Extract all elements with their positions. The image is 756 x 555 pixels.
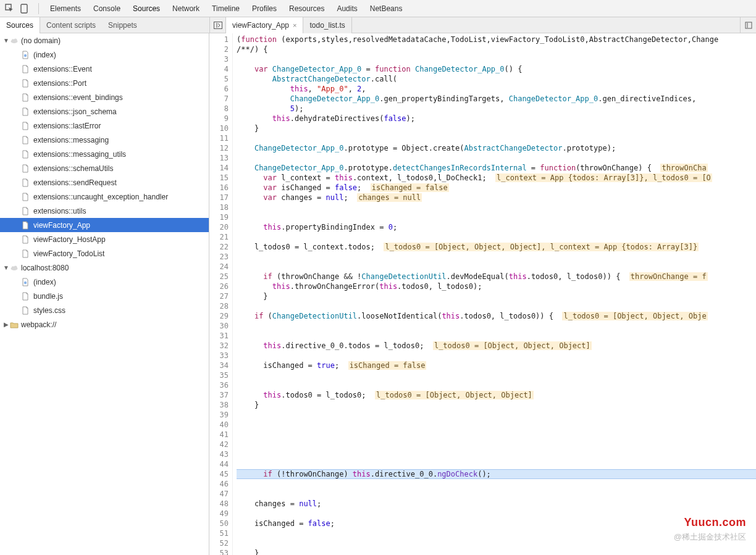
main-tab-console[interactable]: Console	[87, 0, 127, 17]
code-line[interactable]: isChanged = true; isChanged = false	[237, 361, 756, 370]
inline-value-hint: l_todos0 = [Object, Object, Object], l_c…	[384, 243, 699, 251]
code-line[interactable]: ChangeDetector_App_0.prototype.detectCha…	[237, 163, 756, 173]
code-line[interactable]	[237, 430, 756, 440]
code-editor[interactable]: 1234567891011121314151617181920212223242…	[209, 33, 756, 555]
code-line[interactable]	[237, 420, 756, 430]
code-line[interactable]: this.todos0 = l_todos0; l_todos0 = [Obje…	[237, 390, 756, 400]
navigator-toggle-icon[interactable]	[210, 17, 226, 33]
tree-item[interactable]: extensions::uncaught_exception_handler	[0, 190, 209, 204]
disclosure-triangle-icon[interactable]: ▶	[2, 321, 10, 328]
code-line[interactable]	[237, 459, 756, 469]
code-line[interactable]: this.propertyBindingIndex = 0;	[237, 222, 756, 232]
code-line[interactable]	[237, 370, 756, 380]
code-line[interactable]	[237, 153, 756, 163]
code-line[interactable]: }	[237, 123, 756, 133]
code-line[interactable]: this.directive_0_0.todos = l_todos0; l_t…	[237, 341, 756, 351]
tree-item[interactable]: extensions::Event	[0, 62, 209, 76]
code-line[interactable]	[237, 509, 756, 519]
tree-group[interactable]: ▶webpack://	[0, 317, 209, 332]
code-line[interactable]: }	[237, 548, 756, 555]
tree-item[interactable]: extensions::utils	[0, 204, 209, 218]
code-line[interactable]: isChanged = false;	[237, 519, 756, 528]
main-tab-elements[interactable]: Elements	[44, 0, 87, 17]
main-tab-netbeans[interactable]: NetBeans	[364, 0, 409, 17]
sub-tab-sources[interactable]: Sources	[0, 17, 40, 33]
code-line[interactable]	[237, 331, 756, 341]
code-line[interactable]	[237, 479, 756, 489]
tree-item[interactable]: bundle.js	[0, 289, 209, 303]
tree-item[interactable]: (index)	[0, 48, 209, 62]
inspect-icon[interactable]	[4, 3, 15, 14]
code-line[interactable]: ChangeDetector_App_0.prototype = Object.…	[237, 143, 756, 153]
main-tab-profiles[interactable]: Profiles	[246, 0, 283, 17]
sub-tab-snippets[interactable]: Snippets	[102, 17, 143, 33]
sub-tab-content-scripts[interactable]: Content scripts	[40, 17, 102, 33]
code-line[interactable]	[237, 301, 756, 311]
code-line[interactable]: AbstractChangeDetector.call(	[237, 74, 756, 84]
file-tab[interactable]: viewFactory_App×	[226, 17, 303, 33]
code-line[interactable]: 5);	[237, 104, 756, 114]
code-line[interactable]: if (throwOnChange && !ChangeDetectionUti…	[237, 272, 756, 282]
code-line[interactable]: this.throwOnChangeError(this.todos0, l_t…	[237, 282, 756, 291]
device-icon[interactable]	[19, 3, 30, 14]
code-line[interactable]: l_todos0 = l_context.todos; l_todos0 = […	[237, 242, 756, 252]
code-line[interactable]	[237, 202, 756, 212]
code-line[interactable]: var l_context = this.context, l_todos0,l…	[237, 173, 756, 183]
main-tab-sources[interactable]: Sources	[127, 0, 166, 17]
tree-item[interactable]: extensions::event_bindings	[0, 90, 209, 104]
code-line[interactable]: (function (exports,styles,resolvedMetada…	[237, 35, 756, 44]
tree-item[interactable]: viewFactory_TodoList	[0, 246, 209, 261]
navigator-sidebar[interactable]: ▼(no domain)(index)extensions::Eventexte…	[0, 33, 209, 555]
code-line[interactable]	[237, 528, 756, 538]
code-line[interactable]: }	[237, 400, 756, 410]
tree-item[interactable]: viewFactory_HostApp	[0, 232, 209, 246]
file-tab[interactable]: todo_list.ts	[303, 17, 351, 33]
code-line[interactable]	[237, 440, 756, 449]
code-line[interactable]	[237, 449, 756, 459]
tree-item[interactable]: styles.css	[0, 303, 209, 317]
code-line[interactable]	[237, 262, 756, 272]
code-line[interactable]	[237, 380, 756, 390]
tree-group[interactable]: ▼localhost:8080	[0, 261, 209, 275]
tree-item[interactable]: extensions::messaging_utils	[0, 147, 209, 161]
code-content[interactable]: (function (exports,styles,resolvedMetada…	[233, 33, 756, 555]
code-line[interactable]: var isChanged = false; isChanged = false	[237, 183, 756, 193]
code-line[interactable]	[237, 410, 756, 420]
code-line[interactable]	[237, 54, 756, 64]
code-line[interactable]: /**/) {	[237, 44, 756, 54]
maximize-icon[interactable]	[740, 17, 756, 33]
code-line[interactable]: this.dehydrateDirectives(false);	[237, 114, 756, 123]
code-line[interactable]	[237, 232, 756, 242]
code-line[interactable]: var ChangeDetector_App_0 = function Chan…	[237, 64, 756, 74]
code-line[interactable]	[237, 351, 756, 361]
tree-item[interactable]: extensions::sendRequest	[0, 175, 209, 190]
code-line[interactable]: this, "App_0", 2,	[237, 84, 756, 94]
main-tab-timeline[interactable]: Timeline	[206, 0, 246, 17]
tree-group[interactable]: ▼(no domain)	[0, 33, 209, 48]
code-line[interactable]	[237, 133, 756, 143]
tree-item[interactable]: extensions::Port	[0, 76, 209, 90]
code-line[interactable]: }	[237, 291, 756, 301]
tree-item[interactable]: extensions::json_schema	[0, 104, 209, 119]
disclosure-triangle-icon[interactable]: ▼	[2, 37, 10, 44]
tree-item[interactable]: (index)	[0, 275, 209, 289]
tree-item[interactable]: viewFactory_App	[0, 218, 209, 232]
main-tab-audits[interactable]: Audits	[330, 0, 363, 17]
code-line[interactable]: changes = null;	[237, 499, 756, 509]
code-line[interactable]: var changes = null; changes = null	[237, 193, 756, 202]
code-line[interactable]	[237, 538, 756, 548]
tree-item[interactable]: extensions::messaging	[0, 133, 209, 147]
code-line[interactable]: if (!throwOnChange) this.directive_0_0.n…	[237, 469, 756, 479]
code-line[interactable]	[237, 489, 756, 499]
main-tab-network[interactable]: Network	[166, 0, 206, 17]
code-line[interactable]	[237, 212, 756, 222]
code-line[interactable]	[237, 252, 756, 262]
tree-item[interactable]: extensions::lastError	[0, 119, 209, 133]
disclosure-triangle-icon[interactable]: ▼	[2, 264, 10, 271]
tree-item[interactable]: extensions::schemaUtils	[0, 161, 209, 175]
main-tab-resources[interactable]: Resources	[283, 0, 330, 17]
code-line[interactable]: ChangeDetector_App_0.gen_propertyBinding…	[237, 94, 756, 104]
close-icon[interactable]: ×	[293, 22, 296, 29]
code-line[interactable]: if (ChangeDetectionUtil.looseNotIdentica…	[237, 311, 756, 321]
code-line[interactable]	[237, 321, 756, 331]
